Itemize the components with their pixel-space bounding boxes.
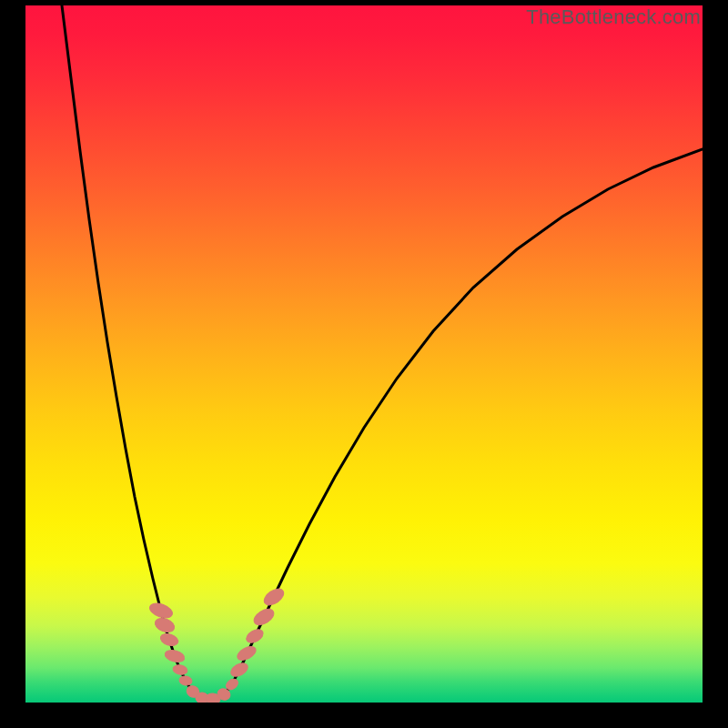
watermark-text: TheBottleneck.com	[526, 5, 701, 29]
bead-marker	[178, 675, 193, 686]
bead-marker	[159, 632, 180, 648]
chart-frame	[25, 5, 703, 703]
bead-marker	[261, 585, 287, 608]
bead-marker	[147, 601, 174, 621]
curve-path	[62, 5, 703, 700]
bead-marker	[172, 663, 188, 675]
bead-marker	[164, 648, 186, 663]
bead-marker	[244, 627, 265, 645]
bottleneck-curve	[25, 5, 703, 703]
bead-marker	[228, 661, 249, 679]
bead-marker	[251, 606, 277, 629]
bead-marker	[153, 616, 176, 635]
curve-beads	[147, 585, 286, 703]
bead-marker	[235, 644, 258, 663]
